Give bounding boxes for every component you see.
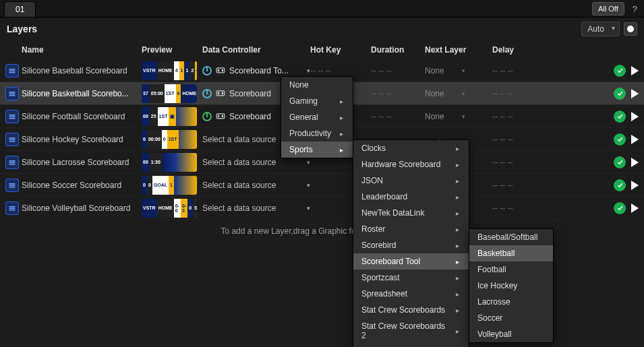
menu-item[interactable]: Soccer <box>469 310 553 326</box>
enabled-toggle[interactable] <box>614 65 626 77</box>
menu-item[interactable]: Clocks <box>353 140 469 156</box>
auto-label: Auto <box>587 24 604 34</box>
preview-cell[interactable]: 000:0001ST <box>142 130 202 149</box>
menu-item[interactable]: Scoreboard Tool <box>353 253 469 270</box>
menu-item[interactable]: Baseball/Softball <box>469 229 553 245</box>
preview-cell[interactable]: VSTRHOME0-00-30SET <box>142 199 202 218</box>
menu-item[interactable]: Hardware Scoreboard <box>353 156 469 172</box>
next-layer-select[interactable]: None▾ <box>425 89 465 98</box>
menu-item[interactable]: Gaming <box>281 93 353 109</box>
drag-handle[interactable] <box>5 179 20 192</box>
drag-handle[interactable] <box>5 87 20 100</box>
enabled-toggle[interactable] <box>614 133 626 146</box>
thumb-segment: 1ST <box>165 84 176 103</box>
preview-cell[interactable]: 001:30 <box>142 153 202 172</box>
thumb-segment: SET <box>193 199 197 218</box>
menu-item-label: Baseball/Softball <box>477 232 537 242</box>
svg-rect-6 <box>216 113 225 118</box>
menu-item[interactable]: Stat Crew Stats <box>353 344 469 347</box>
svg-rect-2 <box>222 69 223 71</box>
drag-handle[interactable] <box>5 110 20 123</box>
menu-item[interactable]: Stat Crew Scoreboards <box>353 302 469 318</box>
delay-cell[interactable]: -- -- -- <box>492 66 546 75</box>
duration-cell[interactable]: -- -- -- <box>371 66 425 75</box>
data-controller-name: Scoreboard To... <box>229 66 289 75</box>
menu-item[interactable]: General <box>281 109 353 125</box>
menu-item[interactable]: JSON <box>353 172 469 189</box>
menu-item[interactable]: Scorebird <box>353 237 469 253</box>
auto-dropdown[interactable]: Auto <box>581 22 620 36</box>
play-button[interactable] <box>631 135 639 144</box>
menu-item[interactable]: Football <box>469 261 553 278</box>
play-button[interactable] <box>631 112 639 121</box>
delay-value: -- -- -- <box>492 203 513 213</box>
tab-01[interactable]: 01 <box>4 1 36 17</box>
delay-cell[interactable]: -- -- -- <box>492 89 546 98</box>
next-layer-cell[interactable]: None▾ <box>425 89 492 98</box>
enabled-toggle[interactable] <box>614 88 626 100</box>
menu-item[interactable]: Stat Crew Scoreboards 2 <box>353 318 469 344</box>
menu-item[interactable]: Basketball <box>469 245 553 261</box>
preview-cell[interactable]: 00GOAL1 <box>142 176 202 195</box>
duration-cell[interactable]: -- -- -- <box>371 112 425 121</box>
drag-handle[interactable] <box>5 156 20 169</box>
hotkey-cell[interactable]: -- -- -- <box>310 66 371 75</box>
all-off-button[interactable]: All Off <box>592 2 624 15</box>
menu-item[interactable]: None <box>281 77 353 93</box>
delay-cell[interactable]: -- -- -- <box>492 203 546 213</box>
drag-handle[interactable] <box>5 64 20 77</box>
power-icon[interactable] <box>202 112 212 121</box>
preview-cell[interactable]: 3705:001ST0HOME <box>142 84 202 103</box>
menu-item[interactable]: Lacrosse <box>469 294 553 310</box>
context-menu-sports[interactable]: ClocksHardware ScoreboardJSONLeaderboard… <box>353 139 469 347</box>
next-layer-cell[interactable]: None▾ <box>425 112 492 121</box>
next-layer-cell[interactable]: None▾ <box>425 66 492 75</box>
enabled-toggle[interactable] <box>614 111 626 123</box>
delay-cell[interactable]: -- -- -- <box>492 158 546 167</box>
delay-cell[interactable]: -- -- -- <box>492 181 546 190</box>
play-button[interactable] <box>631 158 639 167</box>
menu-item[interactable]: Volleyball <box>469 326 553 342</box>
menu-item[interactable]: Productivity <box>281 125 353 141</box>
enabled-toggle[interactable] <box>614 202 626 214</box>
menu-item-label: Scoreboard Tool <box>361 257 420 266</box>
menu-item[interactable]: Leaderboard <box>353 189 469 205</box>
enabled-toggle[interactable] <box>614 156 626 168</box>
delay-cell[interactable]: -- -- -- <box>492 135 546 144</box>
data-controller-cell[interactable]: Select a data source▾ <box>202 203 310 213</box>
menu-item[interactable]: Ice Hockey <box>469 278 553 294</box>
duration-cell[interactable]: -- -- -- <box>371 89 425 98</box>
delay-cell[interactable]: -- -- -- <box>492 112 546 121</box>
menu-item[interactable]: NewTek DataLink <box>353 205 469 221</box>
context-menu-scoreboard-tool[interactable]: Baseball/SoftballBasketballFootballIce H… <box>469 228 554 343</box>
thumb-segment: 1 <box>179 61 185 80</box>
data-controller-cell[interactable]: Scoreboard To...▾ <box>202 66 310 75</box>
preview-cell[interactable]: 00251ST▣ <box>142 107 202 126</box>
menu-item[interactable]: Roster <box>353 221 469 237</box>
power-icon[interactable] <box>202 89 212 98</box>
thumb-segment: VSTR <box>142 61 157 80</box>
layer-row[interactable]: Silicone Volleyball ScoreboardVSTRHOME0-… <box>0 197 644 220</box>
drag-handle[interactable] <box>5 133 20 146</box>
data-controller-cell[interactable]: Select a data source▾ <box>202 158 310 167</box>
thumb-segment: 0 <box>187 199 193 218</box>
enabled-toggle[interactable] <box>614 179 626 191</box>
menu-item[interactable]: Sportzcast <box>353 270 469 286</box>
record-dot-button[interactable] <box>624 22 637 36</box>
data-controller-cell[interactable]: Select a data source▾ <box>202 181 310 190</box>
drag-handle[interactable] <box>5 201 20 215</box>
next-layer-select[interactable]: None▾ <box>425 112 465 121</box>
help-button[interactable]: ? <box>630 4 640 14</box>
play-button[interactable] <box>631 89 639 98</box>
layer-row[interactable]: Silicone Soccer Scoreboard00GOAL1Select … <box>0 174 644 197</box>
power-icon[interactable] <box>202 66 212 75</box>
context-menu-category[interactable]: NoneGamingGeneralProductivitySports <box>281 76 353 158</box>
menu-item[interactable]: Sports <box>281 141 353 158</box>
next-layer-select[interactable]: None▾ <box>425 66 465 75</box>
preview-cell[interactable]: VSTRHOME411200 <box>142 61 202 80</box>
menu-item[interactable]: Spreadsheet <box>353 286 469 302</box>
play-button[interactable] <box>631 66 639 75</box>
play-button[interactable] <box>631 181 639 190</box>
play-button[interactable] <box>631 203 639 213</box>
svg-rect-0 <box>216 67 225 72</box>
